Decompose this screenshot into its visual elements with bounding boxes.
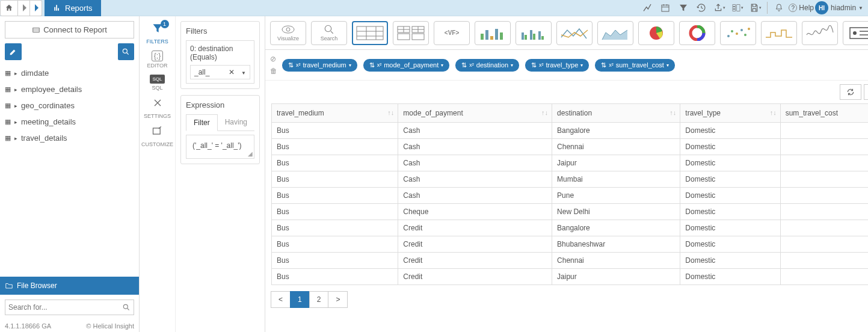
datasource-name: dimdate [21,69,49,78]
edit-button[interactable] [5,43,22,60]
help-button[interactable]: ? Help [789,4,814,12]
page-button[interactable]: > [328,291,348,308]
column-label: mode_of_payment [403,109,463,117]
visualize-button[interactable]: Visualize [270,21,306,45]
datasource-item[interactable]: ▦▸meeting_details [5,114,134,130]
bell-icon[interactable] [771,1,787,15]
card-button[interactable] [843,21,868,45]
calendar-icon[interactable] [657,1,674,15]
sort-icon[interactable]: ↑↓ [669,109,676,116]
history-icon[interactable] [693,1,710,15]
filter-item[interactable]: 0: destination (Equals) _all_ ✕ ▼ [186,40,254,84]
table-header-row: travel_medium↑↓mode_of_payment↑↓destinat… [272,104,868,123]
page-button[interactable]: < [271,291,291,308]
fx-icon: x² [469,62,474,68]
field-pill[interactable]: ⇅x² destination ▾ [455,59,519,72]
caret-down-icon[interactable]: ▼ [241,70,246,76]
expression-editor[interactable]: ('_all_' = '_all_') ◢ [186,135,254,159]
avatar: HI [815,1,828,14]
datasource-item[interactable]: ▦▸dimdate [5,65,134,81]
field-pill[interactable]: ⇅x² mode_of_payment ▾ [363,59,450,72]
table-row[interactable]: BusCashPuneDomestic4,000 [272,188,868,204]
column-header[interactable]: travel_medium↑↓ [272,104,398,123]
table-row[interactable]: BusCreditJaipurDomestic13,038 [272,269,868,285]
rail-sql[interactable]: SQL SQL [141,72,174,93]
btn-label: Visualize [277,35,299,42]
rail-label: EDITOR [147,63,168,69]
pie2-button[interactable] [679,21,715,45]
field-pill[interactable]: ⇅x² travel_type ▾ [525,59,589,72]
column-header[interactable]: travel_type↑↓ [680,104,780,123]
share-icon[interactable]: ▾ [711,1,728,15]
home-button[interactable] [0,0,18,16]
chart-tool-icon[interactable] [639,1,656,15]
column-header[interactable]: destination↑↓ [552,104,680,123]
table-row[interactable]: BusCreditChennaiDomestic15,622 [272,253,868,269]
pie1-button[interactable] [638,21,674,45]
table-row[interactable]: BusCashBangaloreDomestic10,592 [272,123,868,139]
sort-icon[interactable]: ↑↓ [541,109,548,116]
table-row[interactable]: BusCreditBangaloreDomestic7,200 [272,220,868,236]
rail-settings[interactable]: SETTINGS [141,94,174,121]
bar-chart-button[interactable] [475,21,511,45]
svg-point-9 [282,26,294,33]
field-pill[interactable]: ⇅x² travel_medium ▾ [282,59,357,72]
datasource-item[interactable]: ▦▸employee_details [5,81,134,97]
question-icon: ? [789,4,797,12]
table-chart-button[interactable] [352,21,388,45]
tab-having[interactable]: Having [218,114,254,131]
resize-icon[interactable]: ◢ [248,150,253,157]
caret-down-icon: ▼ [858,5,863,11]
layout-icon[interactable]: ▾ [729,1,746,15]
rail-editor[interactable]: {;} EDITOR [141,48,174,71]
field-pill[interactable]: ⇅x² sum_travel_cost ▾ [595,59,675,72]
table-row[interactable]: BusCashChennaiDomestic4,860 [272,139,868,155]
pagesize-select[interactable]: 10▾ [864,84,868,100]
page-button[interactable]: 2 [309,291,329,308]
reports-tab[interactable]: Reports [45,0,101,16]
tab-filter[interactable]: Filter [186,114,218,131]
table-row[interactable]: BusChequeNew DelhiDomestic3,135 [272,204,868,220]
refresh-button[interactable] [840,84,861,100]
rail-label: SQL [152,85,162,91]
line-chart-button[interactable] [556,21,593,45]
table-cell: Bus [272,171,398,188]
connect-to-report-button[interactable]: Connect to Report [5,21,134,38]
rail-filters[interactable]: 1 FILTERS [141,20,174,47]
chart-search-button[interactable]: Search [311,21,347,45]
area-chart-button[interactable] [597,21,633,45]
filter-value-input[interactable]: _all_ ✕ ▼ [190,65,250,79]
sort-icon[interactable]: ↑↓ [387,109,394,116]
datasource-item[interactable]: ▦▸travel_details [5,130,134,146]
column-header[interactable]: mode_of_payment↑↓ [398,104,552,123]
table-cell: Domestic [680,171,780,188]
clear-icon[interactable]: ✕ [229,68,235,76]
table-row[interactable]: BusCashMumbaiDomestic5,600 [272,171,868,188]
vf-button[interactable]: <VF> [434,21,470,45]
table-row[interactable]: BusCashJaipurDomestic4,130 [272,155,868,171]
search-icon[interactable] [122,303,131,312]
crosstab-button[interactable] [393,21,429,45]
datasource-item[interactable]: ▦▸geo_cordinates [5,97,134,114]
save-icon[interactable]: ▾ [747,1,764,15]
sort-icon[interactable]: ↑↓ [770,109,777,116]
column-header[interactable]: sum_travel_cost↑↓ [780,104,868,123]
spark-button[interactable] [802,21,838,45]
table-row[interactable]: BusCreditBhubaneshwarDomestic4,800 [272,236,868,253]
svg-point-37 [853,31,857,35]
eye-off-icon[interactable]: ⊘ [270,55,277,63]
file-browser-button[interactable]: File Browser [0,277,139,295]
user-menu[interactable]: HI hiadmin ▼ [815,1,863,14]
grid-icon: ▦ [5,85,11,93]
table-cell: Bus [272,269,398,285]
step-button[interactable] [761,21,797,45]
scatter-button[interactable] [720,21,756,45]
column-label: sum_travel_cost [786,109,838,117]
rail-customize[interactable]: CUSTOMIZE [141,123,174,150]
grouped-bar-button[interactable] [516,21,552,45]
search-button[interactable] [118,43,135,60]
trash-icon[interactable]: 🗑 [270,67,277,75]
page-button[interactable]: 1 [290,291,310,308]
search-input[interactable] [8,303,122,312]
filter-tool-icon[interactable] [675,1,692,15]
